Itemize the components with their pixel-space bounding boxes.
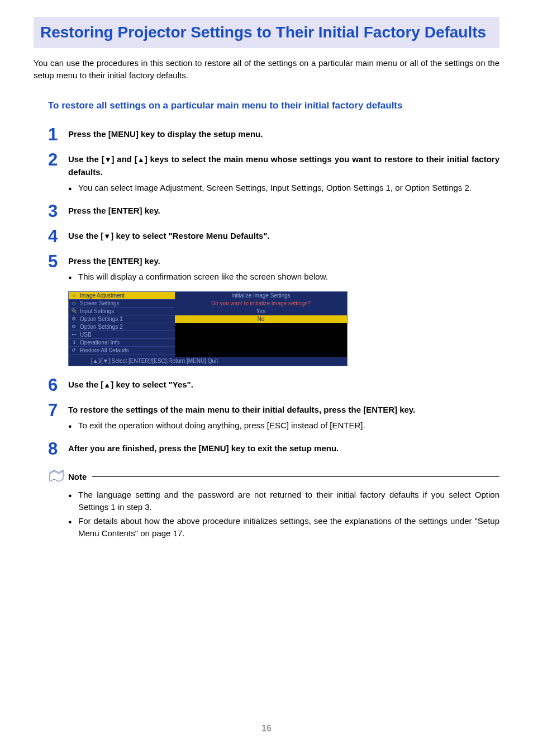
subheading: To restore all settings on a particular … bbox=[48, 98, 499, 113]
note-divider-line bbox=[92, 476, 499, 477]
menu-right-header: Initialize Image Settings bbox=[175, 292, 347, 300]
menu-item-label: Input Settings bbox=[80, 308, 114, 314]
page-heading-box: Restoring Projector Settings to Their In… bbox=[34, 17, 499, 48]
usb-icon: ⊷ bbox=[70, 331, 78, 338]
gear-icon: ⚙ bbox=[70, 315, 78, 322]
gear-icon: ⚙ bbox=[70, 323, 78, 330]
menu-item-option-settings-1: ⚙Option Settings 1 bbox=[69, 315, 175, 323]
step-title-part: ] and [ bbox=[112, 154, 137, 164]
menu-item-operational-info: ℹOperational Info bbox=[69, 339, 175, 347]
step-4: 4 Use the [▼] key to select "Restore Men… bbox=[48, 228, 499, 245]
note-icon bbox=[48, 469, 65, 485]
step-number: 1 bbox=[48, 126, 68, 143]
step-1: 1 Press the [MENU] key to display the se… bbox=[48, 126, 499, 143]
menu-item-option-settings-2: ⚙Option Settings 2 bbox=[69, 323, 175, 331]
step-number: 2 bbox=[48, 151, 68, 168]
step-list: 1 Press the [MENU] key to display the se… bbox=[48, 126, 499, 284]
up-triangle-icon: ▲ bbox=[137, 156, 145, 163]
step-number: 5 bbox=[48, 253, 68, 270]
menu-left-panel: ☼Image Adjustment ▭Screen Settings 🔌Inpu… bbox=[69, 292, 175, 357]
step-title-part: ] key to select "Restore Menu Defaults". bbox=[111, 231, 269, 240]
menu-item-image-adjustment: ☼Image Adjustment bbox=[69, 292, 175, 300]
down-triangle-icon: ▼ bbox=[104, 156, 112, 163]
menu-footer-hint: [▲]/[▼]:Select [ENTER]/[ESC]:Return [MEN… bbox=[69, 357, 347, 366]
step-number: 6 bbox=[48, 376, 68, 394]
step-list-continued: 6 Use the [▲] key to select "Yes". 7 To … bbox=[48, 376, 499, 457]
menu-item-input-settings: 🔌Input Settings bbox=[69, 308, 175, 315]
sun-icon: ☼ bbox=[70, 292, 78, 299]
step-8: 8 After you are finished, press the [MEN… bbox=[48, 440, 499, 457]
up-triangle-icon: ▲ bbox=[103, 381, 111, 389]
menu-item-usb: ⊷USB bbox=[69, 331, 175, 339]
menu-item-restore-all-defaults: ↺Restore All Defaults bbox=[69, 347, 175, 355]
step-title: After you are finished, press the [MENU]… bbox=[68, 442, 499, 455]
step-2: 2 Use the [▼] and [▲] keys to select the… bbox=[48, 151, 499, 195]
step-title: Press the [ENTER] key. bbox=[68, 205, 499, 218]
menu-option-yes: Yes bbox=[175, 308, 347, 315]
confirmation-screen: ☼Image Adjustment ▭Screen Settings 🔌Inpu… bbox=[68, 291, 348, 366]
step-7: 7 To restore the settings of the main me… bbox=[48, 401, 499, 432]
step-sub-item: You can select Image Adjustment, Screen … bbox=[68, 182, 499, 195]
step-5: 5 Press the [ENTER] key. This will displ… bbox=[48, 253, 499, 284]
step-title: Use the [▼] and [▲] keys to select the m… bbox=[68, 153, 499, 178]
step-title: To restore the settings of the main menu… bbox=[68, 404, 499, 417]
restore-icon: ↺ bbox=[70, 347, 78, 353]
step-title-part: Use the [ bbox=[68, 154, 104, 164]
menu-right-panel: Initialize Image Settings Do you want to… bbox=[175, 292, 347, 357]
note-heading-row: Note bbox=[48, 469, 499, 485]
step-title-part: Use the [ bbox=[68, 380, 103, 389]
menu-option-no: No bbox=[175, 315, 347, 323]
step-3: 3 Press the [ENTER] key. bbox=[48, 202, 499, 220]
note-label: Note bbox=[68, 472, 87, 481]
step-sub-item: To exit the operation without doing anyt… bbox=[68, 419, 499, 432]
menu-item-label: USB bbox=[80, 332, 92, 338]
step-sub-item: This will display a confirmation screen … bbox=[68, 271, 499, 284]
note-item: The language setting and the password ar… bbox=[68, 489, 499, 514]
page-number: 16 bbox=[0, 724, 533, 734]
step-title: Use the [▼] key to select "Restore Menu … bbox=[68, 230, 499, 243]
step-title-part: ] key to select "Yes". bbox=[111, 380, 193, 389]
menu-item-label: Operational Info bbox=[80, 339, 120, 346]
menu-blank-area bbox=[175, 323, 347, 357]
menu-item-label: Restore All Defaults bbox=[80, 347, 129, 353]
menu-item-screen-settings: ▭Screen Settings bbox=[69, 300, 175, 308]
info-icon: ℹ bbox=[70, 339, 78, 346]
intro-paragraph: You can use the procedures in this secti… bbox=[34, 57, 499, 82]
plug-icon: 🔌 bbox=[70, 308, 78, 314]
down-triangle-icon: ▼ bbox=[103, 233, 111, 240]
menu-item-label: Option Settings 1 bbox=[80, 316, 123, 322]
step-number: 3 bbox=[48, 202, 68, 220]
page-heading: Restoring Projector Settings to Their In… bbox=[40, 22, 493, 42]
screen-icon: ▭ bbox=[70, 300, 78, 306]
step-number: 4 bbox=[48, 228, 68, 245]
menu-confirm-prompt: Do you want to initialize image settings… bbox=[175, 300, 347, 308]
note-item: For details about how the above procedur… bbox=[68, 515, 499, 540]
step-title-part: Use the [ bbox=[68, 231, 103, 240]
menu-item-label: Image Adjustment bbox=[80, 292, 125, 299]
step-number: 8 bbox=[48, 440, 68, 457]
step-title: Use the [▲] key to select "Yes". bbox=[68, 379, 499, 391]
note-list: The language setting and the password ar… bbox=[68, 489, 499, 540]
step-number: 7 bbox=[48, 401, 68, 419]
step-6: 6 Use the [▲] key to select "Yes". bbox=[48, 376, 499, 394]
menu-item-label: Screen Settings bbox=[80, 300, 120, 306]
step-title: Press the [MENU] key to display the setu… bbox=[68, 128, 499, 141]
step-title: Press the [ENTER] key. bbox=[68, 255, 499, 268]
menu-item-label: Option Settings 2 bbox=[80, 324, 123, 330]
